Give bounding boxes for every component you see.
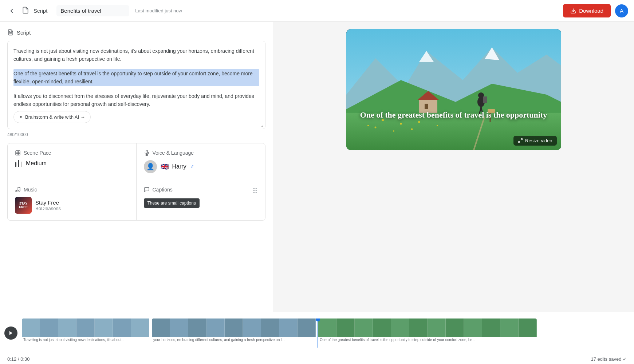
script-title: Script xyxy=(17,29,31,36)
left-panel: Script Traveling is not just about visit… xyxy=(0,22,273,312)
captions-cell[interactable]: Captions ⠿ These are small captions xyxy=(137,180,265,220)
voice-language-title: Voice & Language xyxy=(144,150,258,156)
microphone-icon xyxy=(144,150,150,156)
video-preview: One of the greatest benefits of travel i… xyxy=(346,29,561,150)
timeline-text-2: your horizons, embracing different cultu… xyxy=(152,337,318,342)
play-circle xyxy=(4,327,17,340)
bottom-status: 0:12 / 0:30 17 edits saved ✓ xyxy=(0,354,634,364)
music-title: Music xyxy=(15,187,129,193)
captions-grid-icon[interactable]: ⠿ xyxy=(252,187,258,195)
script-editor[interactable]: Traveling is not just about visiting new… xyxy=(7,41,265,129)
music-icon xyxy=(15,187,21,193)
svg-point-25 xyxy=(411,128,413,130)
settings-grid: Scene Pace Medium xyxy=(7,143,265,221)
script-paragraph-2-highlighted: One of the greatest benefits of travel i… xyxy=(13,69,259,86)
scene-pace-icon xyxy=(15,150,21,156)
download-button[interactable]: Download xyxy=(563,4,611,17)
voice-language-value: 👤 🇬🇧 Harry ♂ xyxy=(144,160,258,173)
timeline-cursor[interactable] xyxy=(318,318,318,348)
svg-line-36 xyxy=(521,139,522,140)
segment-1-frames xyxy=(22,318,151,337)
svg-rect-28 xyxy=(425,104,428,109)
timeline-tracks: Traveling is not just about visiting new… xyxy=(22,318,634,348)
captions-title: Captions xyxy=(144,187,173,193)
video-caption-overlay: One of the greatest benefits of travel i… xyxy=(346,110,561,121)
script-paragraph-1: Traveling is not just about visiting new… xyxy=(13,47,259,63)
svg-point-22 xyxy=(374,126,376,128)
brainstorm-ai-button[interactable]: ✦ Brainstorm & write with AI → xyxy=(13,111,91,123)
script-section-title: Script xyxy=(7,29,265,36)
scene-pace-title: Scene Pace xyxy=(15,150,129,156)
voice-language-cell[interactable]: Voice & Language 👤 🇬🇧 Harry ♂ xyxy=(137,143,265,180)
script-icon xyxy=(7,29,14,36)
download-icon xyxy=(570,8,576,14)
frame-thumb xyxy=(22,318,40,337)
timeline-bar: Traveling is not just about visiting new… xyxy=(0,312,634,354)
music-cell[interactable]: Music STAYFREE Stay Free BoDleasons xyxy=(8,180,137,220)
captions-tooltip: These are small captions xyxy=(144,198,200,208)
svg-point-23 xyxy=(393,130,394,132)
playback-time: 0:12 / 0:30 xyxy=(7,356,29,362)
music-info: Stay Free BoDleasons xyxy=(35,199,61,211)
play-button[interactable] xyxy=(0,312,22,354)
segment-3-frames xyxy=(318,318,537,337)
timeline-segment-2[interactable]: your horizons, embracing different cultu… xyxy=(152,318,318,342)
svg-rect-3 xyxy=(16,151,20,155)
music-thumbnail: STAYFREE xyxy=(15,197,32,214)
timeline-text-3: One of the greatest benefits of travel i… xyxy=(318,337,537,342)
right-panel: One of the greatest benefits of travel i… xyxy=(273,22,634,312)
svg-marker-38 xyxy=(9,331,12,335)
edits-saved: 17 edits saved ✓ xyxy=(591,356,627,362)
topbar: Script Last modified just now Download A xyxy=(0,0,634,22)
back-button[interactable] xyxy=(6,5,17,17)
script-label: Script xyxy=(34,8,47,14)
char-count: 480/10000 xyxy=(7,132,265,137)
script-paragraph-3: It allows you to disconnect from the str… xyxy=(13,92,259,108)
user-avatar[interactable]: A xyxy=(615,4,628,17)
svg-point-11 xyxy=(19,190,20,191)
document-title-input[interactable] xyxy=(56,5,129,16)
doc-icon xyxy=(22,7,29,15)
modified-timestamp: Last modified just now xyxy=(135,8,182,13)
pace-bars-icon xyxy=(15,160,22,167)
svg-point-19 xyxy=(400,123,402,124)
topbar-divider xyxy=(52,6,52,16)
flag-icon: 🇬🇧 xyxy=(161,163,169,171)
gender-icon: ♂ xyxy=(190,163,194,170)
resize-icon xyxy=(518,138,523,143)
voice-avatar: 👤 xyxy=(144,160,157,173)
scene-pace-cell[interactable]: Scene Pace Medium xyxy=(8,143,137,180)
scene-pace-value: Medium xyxy=(15,160,129,167)
timeline-text-1: Traveling is not just about visiting new… xyxy=(22,337,151,342)
resize-video-button[interactable]: Resize video xyxy=(513,136,556,146)
music-value: STAYFREE Stay Free BoDleasons xyxy=(15,197,129,214)
main-content: Script Traveling is not just about visit… xyxy=(0,22,634,312)
play-icon xyxy=(8,331,13,336)
video-landscape xyxy=(346,29,561,150)
timeline-segment-1[interactable]: Traveling is not just about visiting new… xyxy=(22,318,151,342)
svg-point-21 xyxy=(437,125,438,126)
svg-point-24 xyxy=(367,125,369,126)
timeline-segment-3[interactable]: One of the greatest benefits of travel i… xyxy=(318,318,537,342)
svg-line-37 xyxy=(519,141,520,143)
ai-icon: ✦ xyxy=(19,114,23,120)
video-caption-text: One of the greatest benefits of travel i… xyxy=(357,110,550,121)
svg-rect-33 xyxy=(483,96,487,103)
svg-point-10 xyxy=(16,190,17,192)
captions-icon xyxy=(144,187,150,193)
svg-point-20 xyxy=(418,121,420,123)
segment-2-frames xyxy=(152,318,318,337)
resize-handle[interactable]: ⌟ xyxy=(261,122,264,127)
